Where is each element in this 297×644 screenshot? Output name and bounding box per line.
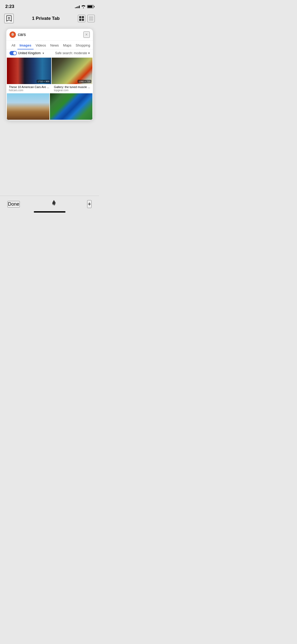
tab-maps[interactable]: Maps [61, 42, 74, 49]
flame-icon[interactable] [50, 200, 57, 209]
image-size-badge-1: 1710 × 900 [37, 80, 50, 83]
tab-card-container: cars × All Images Videos News Maps Shopp… [0, 26, 99, 123]
svg-point-6 [13, 34, 13, 34]
image-size-badge-2: 1280 × 720 [78, 80, 91, 83]
tab-query: cars [18, 32, 81, 37]
bookmark-plus-icon [6, 15, 12, 22]
car-image-3 [7, 93, 49, 120]
image-title-2: Gallery: the tuned muscle ... [54, 85, 90, 89]
image-source-2: topgear.com [54, 89, 90, 92]
tab-all[interactable]: All [10, 42, 17, 49]
nav-right-icons [78, 15, 95, 22]
image-row-2 [6, 93, 93, 120]
svg-point-8 [13, 34, 13, 34]
car-image-1: 1710 × 900 [7, 58, 51, 84]
tab-news[interactable]: News [48, 42, 61, 49]
image-result-1[interactable]: 1710 × 900 These 10 American Cars Are ..… [7, 58, 51, 93]
region-label: United Kingdom [18, 51, 41, 55]
status-time: 2:23 [5, 4, 14, 9]
car-image-4 [50, 93, 92, 120]
grid-view-button[interactable] [78, 15, 85, 22]
region-toggle[interactable]: United Kingdom ▼ [10, 51, 45, 55]
svg-point-5 [12, 34, 12, 34]
duckduckgo-favicon [10, 31, 16, 38]
image-source-1: hotcars.com [9, 89, 49, 92]
nav-title: 1 Private Tab [32, 16, 60, 21]
duckduckgo-logo [10, 32, 15, 37]
tab-header: cars × [6, 29, 93, 41]
svg-point-7 [12, 34, 12, 34]
tab-images[interactable]: Images [17, 42, 34, 49]
safe-search-label[interactable]: Safe search: moderate ▾ [55, 51, 90, 55]
battery-icon [87, 5, 94, 8]
nav-bar: 1 Private Tab [0, 12, 99, 26]
search-tabs: All Images Videos News Maps Shopping [6, 41, 93, 49]
status-bar: 2:23 [0, 0, 99, 12]
bottom-bar: Done + [0, 196, 99, 215]
image-info-2: Gallery: the tuned muscle ... topgear.co… [52, 84, 92, 93]
image-result-2[interactable]: 1280 × 720 Gallery: the tuned muscle ...… [52, 58, 92, 93]
signal-icon [75, 5, 80, 8]
grid-icon [79, 16, 84, 21]
status-icons [75, 5, 94, 8]
image-result-3[interactable] [7, 93, 49, 120]
close-tab-button[interactable]: × [83, 31, 90, 38]
done-button[interactable]: Done [7, 201, 20, 208]
bottom-bar-inner: Done + [0, 196, 99, 211]
filter-bar: United Kingdom ▼ Safe search: moderate ▾ [6, 49, 93, 57]
wifi-icon [81, 5, 86, 8]
home-indicator [0, 211, 99, 215]
add-tab-button[interactable]: + [87, 200, 92, 208]
svg-point-9 [12, 35, 13, 35]
add-bookmark-button[interactable] [4, 14, 14, 23]
tab-card: cars × All Images Videos News Maps Shopp… [6, 29, 93, 121]
image-info-1: These 10 American Cars Are ... hotcars.c… [7, 84, 51, 93]
region-dropdown-arrow[interactable]: ▼ [42, 52, 45, 55]
image-title-1: These 10 American Cars Are ... [9, 85, 49, 89]
tab-shopping[interactable]: Shopping [74, 42, 92, 49]
image-result-4[interactable] [50, 93, 92, 120]
image-row-1: 1710 × 900 These 10 American Cars Are ..… [6, 57, 93, 93]
list-view-button[interactable] [87, 15, 95, 22]
car-image-2: 1280 × 720 [52, 58, 92, 84]
region-toggle-switch[interactable] [10, 51, 17, 55]
home-indicator-bar [34, 211, 65, 213]
list-icon [89, 17, 93, 20]
tab-videos[interactable]: Videos [34, 42, 48, 49]
